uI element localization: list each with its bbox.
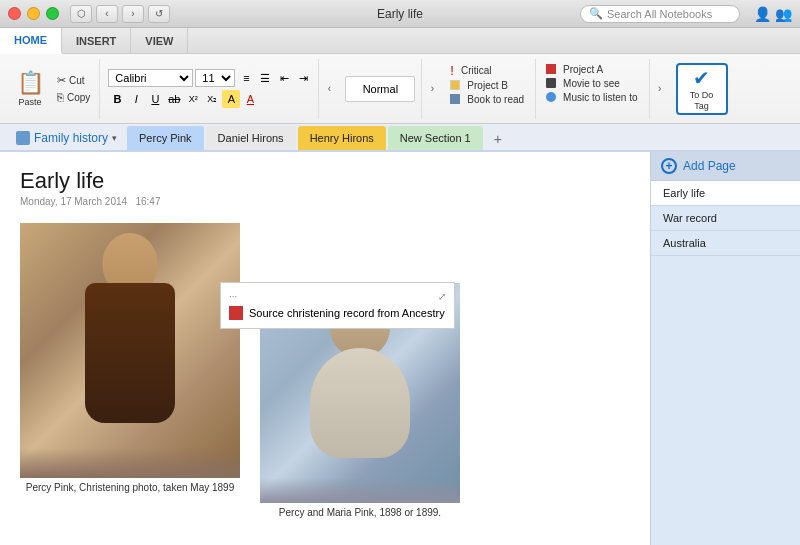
search-placeholder: Search All Notebooks (607, 8, 712, 20)
title-bar: ⬡ ‹ › ↺ Early life 🔍 Search All Notebook… (0, 0, 800, 28)
list-btns: ≡ ☰ ⇤ ⇥ (237, 69, 312, 87)
ribbon-collapse-right[interactable]: › (424, 81, 440, 97)
paste-icon: 📋 (17, 70, 44, 96)
search-box[interactable]: 🔍 Search All Notebooks (580, 5, 740, 23)
todo-group: ✔ To DoTag (670, 59, 734, 119)
page-list-item-0[interactable]: Early life (651, 181, 800, 206)
font-size-select[interactable]: 11 (195, 69, 235, 87)
page-list-item-2[interactable]: Australia (651, 231, 800, 256)
book-icon (450, 94, 460, 104)
photo-body-1 (85, 283, 175, 423)
movie-icon (546, 78, 556, 88)
notebook-icon (16, 131, 30, 145)
font-group: Calibri 11 ≡ ☰ ⇤ ⇥ B I U ab X² (102, 59, 319, 119)
close-button[interactable] (8, 7, 21, 20)
search-area: 🔍 Search All Notebooks (580, 5, 740, 23)
todo-button[interactable]: ✔ To DoTag (676, 63, 728, 115)
copy-label: Copy (67, 92, 90, 103)
subscript-button[interactable]: X₂ (203, 90, 221, 108)
user-area: 👤 👥 (754, 6, 792, 22)
note-text: Source christening record from Ancestry (249, 307, 445, 319)
clipboard-secondary: ✂ Cut ⎘ Copy (54, 73, 93, 104)
todo-label: To DoTag (690, 90, 714, 112)
indent-less-button[interactable]: ⇤ (275, 69, 293, 87)
projecta-icon (546, 64, 556, 74)
music-icon (546, 92, 556, 102)
music-tag[interactable]: Music to listen to (560, 91, 640, 104)
critical-icon: ! (450, 63, 454, 78)
paste-label: Paste (18, 97, 41, 107)
cut-button[interactable]: ✂ Cut (54, 73, 93, 88)
search-icon: 🔍 (589, 7, 603, 20)
section-tab-new[interactable]: New Section 1 (388, 126, 483, 150)
photos-area: Percy Pink, Christening photo, taken May… (20, 223, 630, 518)
style-select[interactable]: Normal (345, 76, 415, 102)
font-controls: Calibri 11 ≡ ☰ ⇤ ⇥ B I U ab X² (108, 69, 312, 108)
tab-view[interactable]: VIEW (131, 28, 188, 53)
tags-expand-arrow[interactable]: › (652, 81, 668, 97)
font-color-button[interactable]: A (241, 90, 259, 108)
right-sidebar: + Add Page Early life War record Austral… (650, 152, 800, 545)
projectb-tag[interactable]: Project B (464, 79, 511, 92)
note-red-icon (229, 306, 243, 320)
movie-tag[interactable]: Movie to see (560, 77, 623, 90)
share-icon[interactable]: 👥 (775, 6, 792, 22)
add-page-icon: + (661, 158, 677, 174)
numbering-button[interactable]: ☰ (256, 69, 274, 87)
nav-buttons: ⬡ ‹ › ↺ (70, 5, 170, 23)
section-tab-henry[interactable]: Henry Hirons (298, 126, 386, 150)
italic-button[interactable]: I (127, 90, 145, 108)
book-tag[interactable]: Book to read (464, 93, 527, 106)
bold-button[interactable]: B (108, 90, 126, 108)
superscript-button[interactable]: X² (184, 90, 202, 108)
notebook-indicator[interactable]: Family history ▾ (8, 126, 125, 150)
page-date-time: Monday, 17 March 2014 16:47 (20, 196, 630, 207)
section-tab-daniel[interactable]: Daniel Hirons (206, 126, 296, 150)
add-page-label: Add Page (683, 159, 736, 173)
highlight-button[interactable]: A (222, 90, 240, 108)
content-area: Early life Monday, 17 March 2014 16:47 P… (0, 152, 650, 545)
add-section-button[interactable]: + (487, 128, 509, 150)
notebook-name: Family history (34, 131, 108, 145)
page-list-item-1[interactable]: War record (651, 206, 800, 231)
copy-button[interactable]: ⎘ Copy (54, 90, 93, 104)
nav-back[interactable]: ‹ (96, 5, 118, 23)
text-format-btns: B I U ab X² X₂ A A (108, 90, 259, 108)
copy-icon: ⎘ (57, 91, 64, 103)
book-tag-row: Book to read (450, 93, 527, 106)
back-button[interactable]: ⬡ (70, 5, 92, 23)
bullets-button[interactable]: ≡ (237, 69, 255, 87)
ribbon-collapse-left[interactable]: ‹ (321, 81, 337, 97)
critical-tag[interactable]: Critical (458, 64, 495, 77)
page-time: 16:47 (135, 196, 160, 207)
projecta-tag[interactable]: Project A (560, 63, 606, 76)
add-page-button[interactable]: + Add Page (651, 152, 800, 181)
main-area: Early life Monday, 17 March 2014 16:47 P… (0, 152, 800, 545)
paste-button[interactable]: 📋 Paste (10, 63, 50, 115)
underline-button[interactable]: U (146, 90, 164, 108)
tab-insert[interactable]: INSERT (62, 28, 131, 53)
note-expand-icon[interactable]: ⤢ (438, 291, 446, 302)
note-item-1: Source christening record from Ancestry (229, 306, 446, 320)
maximize-button[interactable] (46, 7, 59, 20)
floating-note: ··· ⤢ Source christening record from Anc… (220, 282, 455, 329)
font-row-1: Calibri 11 ≡ ☰ ⇤ ⇥ (108, 69, 312, 87)
photo-body-2 (310, 348, 410, 458)
section-tab-percy[interactable]: Percy Pink (127, 126, 204, 150)
nav-forward[interactable]: › (122, 5, 144, 23)
indent-more-button[interactable]: ⇥ (294, 69, 312, 87)
user-icon[interactable]: 👤 (754, 6, 771, 22)
projectb-icon (450, 80, 460, 90)
note-header: ··· ⤢ (229, 291, 446, 302)
tags-group: ! Critical Project B Book to read (442, 59, 536, 119)
strikethrough-button[interactable]: ab (165, 90, 183, 108)
page-date: Monday, 17 March 2014 (20, 196, 127, 207)
photo-floor-2 (260, 478, 460, 503)
photo-1-container: Percy Pink, Christening photo, taken May… (20, 223, 240, 493)
photo-floor-1 (20, 448, 240, 478)
minimize-button[interactable] (27, 7, 40, 20)
nav-refresh[interactable]: ↺ (148, 5, 170, 23)
font-name-select[interactable]: Calibri (108, 69, 193, 87)
window-controls (8, 7, 59, 20)
tab-home[interactable]: HOME (0, 28, 62, 54)
